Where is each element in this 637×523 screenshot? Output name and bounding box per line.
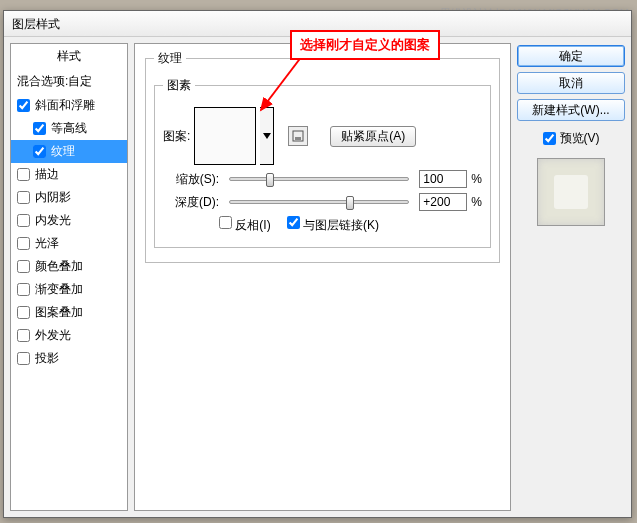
style-label: 光泽 (35, 235, 59, 252)
depth-slider[interactable] (229, 200, 409, 204)
style-list: 斜面和浮雕等高线纹理描边内阴影内发光光泽颜色叠加渐变叠加图案叠加外发光投影 (11, 94, 127, 510)
scale-label: 缩放(S): (163, 171, 219, 188)
preview-checkbox[interactable] (543, 132, 556, 145)
style-item[interactable]: 外发光 (11, 324, 127, 347)
style-label: 斜面和浮雕 (35, 97, 95, 114)
scale-input[interactable] (419, 170, 467, 188)
style-item[interactable]: 渐变叠加 (11, 278, 127, 301)
action-panel: 确定 取消 新建样式(W)... 预览(V) (517, 43, 625, 511)
style-item[interactable]: 斜面和浮雕 (11, 94, 127, 117)
style-item[interactable]: 颜色叠加 (11, 255, 127, 278)
depth-input[interactable] (419, 193, 467, 211)
ok-button[interactable]: 确定 (517, 45, 625, 67)
style-checkbox[interactable] (17, 260, 30, 273)
texture-legend: 纹理 (154, 50, 186, 67)
scale-slider[interactable] (229, 177, 409, 181)
style-checkbox[interactable] (33, 145, 46, 158)
style-checkbox[interactable] (17, 191, 30, 204)
style-checkbox[interactable] (17, 329, 30, 342)
style-label: 内发光 (35, 212, 71, 229)
depth-unit: % (471, 195, 482, 209)
style-label: 纹理 (51, 143, 75, 160)
styles-header[interactable]: 样式 (11, 44, 127, 69)
scale-unit: % (471, 172, 482, 186)
style-item[interactable]: 内发光 (11, 209, 127, 232)
blend-options-row[interactable]: 混合选项:自定 (11, 69, 127, 94)
pattern-label: 图案: (163, 128, 190, 145)
depth-slider-thumb[interactable] (346, 196, 354, 210)
scale-slider-thumb[interactable] (266, 173, 274, 187)
elements-fieldset: 图素 图案: 贴紧原点(A) 缩放(S): (154, 77, 491, 248)
invert-checkbox[interactable] (219, 216, 232, 229)
styles-list-panel: 样式 混合选项:自定 斜面和浮雕等高线纹理描边内阴影内发光光泽颜色叠加渐变叠加图… (10, 43, 128, 511)
style-item[interactable]: 光泽 (11, 232, 127, 255)
link-checkbox-label[interactable]: 与图层链接(K) (287, 216, 379, 234)
style-label: 投影 (35, 350, 59, 367)
texture-fieldset: 纹理 图素 图案: 贴紧原点(A) (145, 50, 500, 263)
style-item[interactable]: 投影 (11, 347, 127, 370)
style-checkbox[interactable] (17, 237, 30, 250)
style-checkbox[interactable] (17, 168, 30, 181)
style-label: 描边 (35, 166, 59, 183)
settings-panel: 纹理 图素 图案: 贴紧原点(A) (134, 43, 511, 511)
chevron-down-icon (263, 133, 271, 139)
pattern-dropdown-arrow[interactable] (260, 107, 274, 165)
style-item[interactable]: 描边 (11, 163, 127, 186)
invert-checkbox-label[interactable]: 反相(I) (219, 216, 271, 234)
link-checkbox[interactable] (287, 216, 300, 229)
depth-label: 深度(D): (163, 194, 219, 211)
elements-legend: 图素 (163, 77, 195, 94)
style-checkbox[interactable] (17, 99, 30, 112)
style-checkbox[interactable] (17, 214, 30, 227)
preview-thumbnail-inner (554, 175, 588, 209)
style-checkbox[interactable] (17, 283, 30, 296)
preview-label: 预览(V) (560, 130, 600, 147)
dialog-title: 图层样式 (12, 17, 60, 31)
style-checkbox[interactable] (17, 352, 30, 365)
layer-style-dialog: 图层样式 样式 混合选项:自定 斜面和浮雕等高线纹理描边内阴影内发光光泽颜色叠加… (3, 10, 632, 518)
style-label: 渐变叠加 (35, 281, 83, 298)
style-label: 等高线 (51, 120, 87, 137)
new-preset-icon (292, 130, 304, 142)
style-label: 颜色叠加 (35, 258, 83, 275)
style-checkbox[interactable] (33, 122, 46, 135)
svg-rect-2 (295, 137, 301, 140)
style-item[interactable]: 等高线 (11, 117, 127, 140)
new-style-button[interactable]: 新建样式(W)... (517, 99, 625, 121)
pattern-swatch[interactable] (194, 107, 256, 165)
style-label: 内阴影 (35, 189, 71, 206)
style-item[interactable]: 纹理 (11, 140, 127, 163)
style-item[interactable]: 内阴影 (11, 186, 127, 209)
new-preset-button[interactable] (288, 126, 308, 146)
snap-origin-button[interactable]: 贴紧原点(A) (330, 126, 416, 147)
preview-thumbnail (537, 158, 605, 226)
style-label: 外发光 (35, 327, 71, 344)
style-checkbox[interactable] (17, 306, 30, 319)
cancel-button[interactable]: 取消 (517, 72, 625, 94)
style-label: 图案叠加 (35, 304, 83, 321)
style-item[interactable]: 图案叠加 (11, 301, 127, 324)
annotation-callout: 选择刚才自定义的图案 (290, 30, 440, 60)
